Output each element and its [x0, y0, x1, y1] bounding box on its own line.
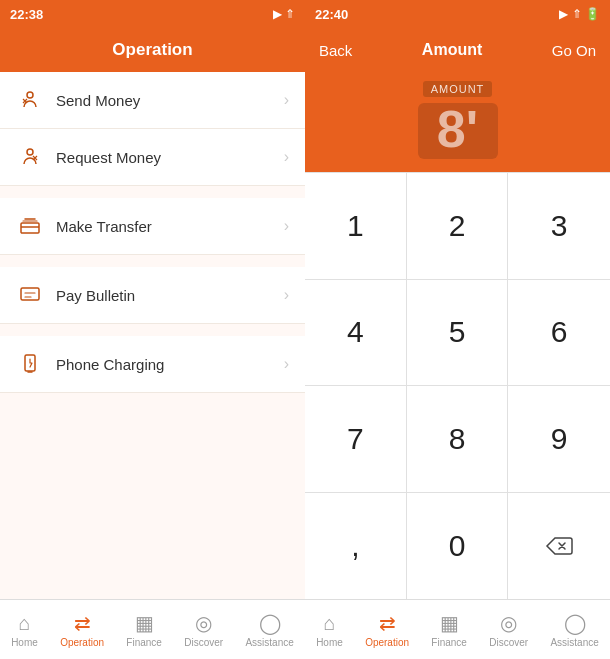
key-6[interactable]: 6: [508, 280, 610, 387]
key-5[interactable]: 5: [407, 280, 509, 387]
right-time: 22:40: [315, 7, 348, 22]
discover-label: Discover: [184, 637, 223, 648]
right-assistance-icon: ◯: [564, 611, 586, 635]
left-header: Operation: [0, 28, 305, 72]
key-comma[interactable]: ,: [305, 493, 407, 600]
finance-label: Finance: [126, 637, 162, 648]
right-tab-finance[interactable]: ▦ Finance: [423, 607, 475, 652]
operation-icon: ⇄: [74, 611, 91, 635]
right-tab-home[interactable]: ⌂ Home: [308, 608, 351, 652]
key-9[interactable]: 9: [508, 386, 610, 493]
key-4[interactable]: 4: [305, 280, 407, 387]
pay-bulletin-label: Pay Bulletin: [56, 287, 284, 304]
menu-item-request-money[interactable]: Request Money ›: [0, 129, 305, 186]
left-tab-home[interactable]: ⌂ Home: [3, 608, 46, 652]
left-tab-operation[interactable]: ⇄ Operation: [52, 607, 112, 652]
left-time: 22:38: [10, 7, 43, 22]
right-bottom-bar: ⌂ Home ⇄ Operation ▦ Finance ◎ Discover …: [305, 599, 610, 659]
menu-item-phone-charging[interactable]: Phone Charging ›: [0, 336, 305, 393]
make-transfer-icon: [16, 212, 44, 240]
operation-label: Operation: [60, 637, 104, 648]
right-discover-icon: ◎: [500, 611, 517, 635]
key-3[interactable]: 3: [508, 173, 610, 280]
key-8[interactable]: 8: [407, 386, 509, 493]
key-2[interactable]: 2: [407, 173, 509, 280]
numpad: 1 2 3 4 5 6 7 8 9 , 0: [305, 172, 610, 599]
amount-label: AMOUNT: [423, 81, 493, 97]
menu-section-transfer: Make Transfer ›: [0, 198, 305, 255]
right-tab-assistance[interactable]: ◯ Assistance: [542, 607, 606, 652]
left-status-icons: ▶ ⇑: [273, 7, 295, 21]
left-menu: Send Money › Request Money ›: [0, 72, 305, 599]
key-0[interactable]: 0: [407, 493, 509, 600]
left-tab-assistance[interactable]: ◯ Assistance: [237, 607, 301, 652]
signal-icon: ▶ ⇑: [273, 7, 295, 21]
phone-charging-icon: [16, 350, 44, 378]
right-discover-label: Discover: [489, 637, 528, 648]
send-money-icon: [16, 86, 44, 114]
menu-item-pay-bulletin[interactable]: Pay Bulletin ›: [0, 267, 305, 324]
send-money-arrow: ›: [284, 91, 289, 109]
left-tab-finance[interactable]: ▦ Finance: [118, 607, 170, 652]
right-finance-label: Finance: [431, 637, 467, 648]
svg-point-1: [27, 149, 33, 155]
assistance-label: Assistance: [245, 637, 293, 648]
right-status-bar: 22:40 ▶ ⇑ 🔋: [305, 0, 610, 28]
discover-icon: ◎: [195, 611, 212, 635]
menu-item-send-money[interactable]: Send Money ›: [0, 72, 305, 129]
pay-bulletin-arrow: ›: [284, 286, 289, 304]
svg-point-0: [27, 92, 33, 98]
right-operation-icon: ⇄: [379, 611, 396, 635]
request-money-arrow: ›: [284, 148, 289, 166]
right-status-icons: ▶ ⇑ 🔋: [559, 7, 600, 21]
pay-bulletin-icon: [16, 281, 44, 309]
left-panel: 22:38 ▶ ⇑ Operation Send Money ›: [0, 0, 305, 659]
right-header: Back Amount Go On: [305, 28, 610, 72]
menu-gap-3: [0, 326, 305, 336]
left-bottom-bar: ⌂ Home ⇄ Operation ▦ Finance ◎ Discover …: [0, 599, 305, 659]
left-header-title: Operation: [112, 40, 192, 60]
key-1[interactable]: 1: [305, 173, 407, 280]
right-home-label: Home: [316, 637, 343, 648]
right-header-title: Amount: [422, 41, 482, 59]
right-signal-icon: ▶ ⇑ 🔋: [559, 7, 600, 21]
left-status-bar: 22:38 ▶ ⇑: [0, 0, 305, 28]
menu-section-top: Send Money › Request Money ›: [0, 72, 305, 186]
right-tab-discover[interactable]: ◎ Discover: [481, 607, 536, 652]
menu-section-bulletin: Pay Bulletin ›: [0, 267, 305, 324]
make-transfer-label: Make Transfer: [56, 218, 284, 235]
amount-display: AMOUNT 8': [305, 72, 610, 172]
key-7[interactable]: 7: [305, 386, 407, 493]
make-transfer-arrow: ›: [284, 217, 289, 235]
left-tab-discover[interactable]: ◎ Discover: [176, 607, 231, 652]
right-finance-icon: ▦: [440, 611, 459, 635]
right-home-icon: ⌂: [323, 612, 335, 635]
backspace-button[interactable]: [508, 493, 610, 600]
home-icon: ⌂: [18, 612, 30, 635]
right-tab-operation[interactable]: ⇄ Operation: [357, 607, 417, 652]
right-assistance-label: Assistance: [550, 637, 598, 648]
finance-icon: ▦: [135, 611, 154, 635]
home-label: Home: [11, 637, 38, 648]
amount-value: 8': [418, 103, 498, 159]
phone-charging-label: Phone Charging: [56, 356, 284, 373]
right-operation-label: Operation: [365, 637, 409, 648]
menu-section-phone: Phone Charging ›: [0, 336, 305, 393]
svg-rect-2: [21, 223, 39, 233]
phone-charging-arrow: ›: [284, 355, 289, 373]
menu-gap-2: [0, 257, 305, 267]
request-money-label: Request Money: [56, 149, 284, 166]
menu-gap-1: [0, 188, 305, 198]
menu-item-make-transfer[interactable]: Make Transfer ›: [0, 198, 305, 255]
send-money-label: Send Money: [56, 92, 284, 109]
assistance-icon: ◯: [259, 611, 281, 635]
request-money-icon: [16, 143, 44, 171]
go-on-button[interactable]: Go On: [540, 42, 608, 59]
right-panel: 22:40 ▶ ⇑ 🔋 Back Amount Go On AMOUNT 8' …: [305, 0, 610, 659]
svg-rect-3: [21, 288, 39, 300]
back-button[interactable]: Back: [307, 42, 364, 59]
